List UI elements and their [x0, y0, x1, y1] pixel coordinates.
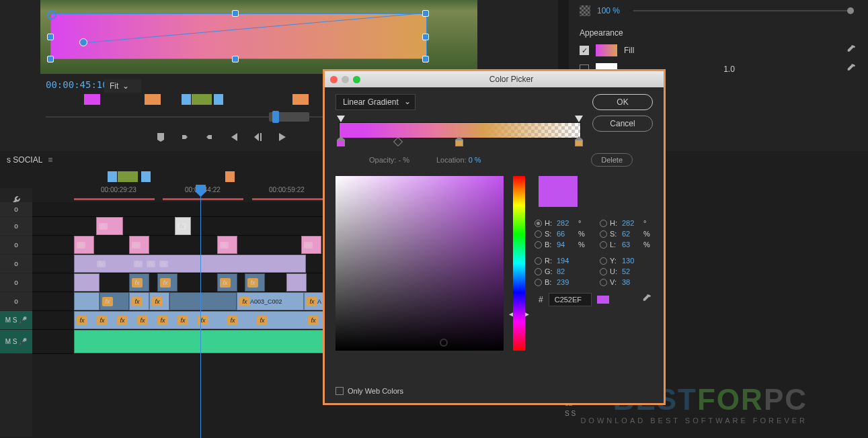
handle-top-right[interactable] — [422, 10, 429, 17]
fill-swatch[interactable] — [596, 44, 617, 56]
mark-out-button[interactable] — [203, 131, 215, 143]
clip[interactable] — [74, 273, 100, 292]
clip[interactable] — [74, 292, 100, 310]
ok-button[interactable]: OK — [592, 94, 653, 110]
h-value[interactable]: 282 — [557, 219, 576, 227]
clip[interactable]: fx — [100, 292, 129, 310]
dialog-titlebar[interactable]: Color Picker — [325, 71, 664, 87]
handle-bot-left[interactable] — [47, 56, 54, 62]
g-value[interactable]: 82 — [557, 267, 576, 275]
zoom-icon[interactable] — [353, 76, 360, 83]
timecode-display[interactable]: 00:00:45:10 — [46, 79, 108, 90]
add-marker-button[interactable] — [155, 131, 167, 143]
gradient-title-shape[interactable] — [50, 13, 427, 59]
b-radio[interactable] — [535, 279, 542, 286]
gradient-type-select[interactable]: Linear Gradient — [336, 94, 416, 110]
fill-checkbox[interactable]: ✓ — [580, 46, 589, 55]
track-toggle[interactable]: o — [0, 255, 32, 273]
blue-value[interactable]: 239 — [557, 278, 576, 286]
clip[interactable]: fx — [96, 217, 123, 235]
saturation-value-field[interactable] — [336, 176, 504, 351]
eyedropper-icon[interactable] — [846, 45, 857, 56]
handle-rotate[interactable] — [47, 10, 56, 19]
midpoint-stop[interactable] — [395, 140, 403, 149]
clip[interactable]: fx — [175, 217, 191, 235]
hue-slider[interactable]: ◄► — [513, 176, 525, 351]
clip[interactable]: fxfxfxfx — [74, 255, 306, 273]
clip[interactable]: fx — [129, 273, 149, 292]
play-button[interactable] — [276, 131, 288, 143]
gradient-anchor[interactable] — [79, 38, 87, 46]
y-value[interactable]: 130 — [622, 257, 641, 265]
hsl-l-radio[interactable] — [600, 241, 607, 249]
handle-top-mid[interactable] — [232, 10, 239, 17]
handle-mid-right[interactable] — [422, 34, 429, 40]
panel-menu-icon[interactable]: ≡ — [48, 155, 52, 165]
s-value[interactable]: 66 — [557, 230, 576, 238]
zoom-select[interactable]: Fit — [104, 79, 141, 93]
opacity-value[interactable]: 100 % — [597, 6, 620, 15]
clip[interactable]: fx — [217, 236, 237, 254]
bri-radio[interactable] — [535, 241, 542, 249]
minimize-icon[interactable] — [342, 76, 349, 83]
stroke-width[interactable]: 1.0 — [723, 64, 735, 74]
v-radio[interactable] — [600, 279, 607, 286]
sat-radio[interactable] — [535, 230, 542, 238]
track-toggle[interactable]: o — [0, 273, 32, 292]
marker-icon[interactable] — [108, 171, 117, 182]
sequence-tab[interactable]: s SOCIAL — [7, 155, 42, 165]
scrub-playhead[interactable] — [272, 111, 279, 123]
hue-radio[interactable] — [535, 220, 542, 227]
track-toggle[interactable]: o — [0, 292, 32, 310]
track-toggle[interactable]: M S 🎤 — [0, 330, 32, 353]
opacity-stop[interactable] — [337, 116, 345, 122]
hsl-s-radio[interactable] — [600, 230, 607, 238]
hsl-h-radio[interactable] — [600, 220, 607, 227]
opacity-stop[interactable] — [575, 116, 583, 122]
handle-bot-right[interactable] — [422, 56, 429, 62]
clip[interactable]: fx — [129, 236, 149, 254]
track-toggle[interactable]: o — [0, 236, 32, 254]
clip[interactable]: fx A003_C002 — [237, 292, 304, 310]
u-radio[interactable] — [600, 268, 607, 275]
clip[interactable]: fx — [74, 236, 94, 254]
handle-mid-left[interactable] — [47, 34, 54, 40]
handle-bot-mid[interactable] — [232, 56, 239, 62]
clip[interactable]: fx — [245, 273, 265, 292]
location-value[interactable]: 0 % — [469, 156, 481, 164]
l-value[interactable]: 63 — [622, 240, 641, 249]
track-toggle[interactable]: o — [0, 202, 32, 216]
clip[interactable]: fx — [301, 236, 321, 254]
sv-cursor[interactable] — [440, 339, 448, 347]
r-radio[interactable] — [535, 257, 542, 265]
marker-icon[interactable] — [141, 171, 151, 182]
marker-icon[interactable] — [299, 94, 309, 105]
marker-icon[interactable] — [225, 171, 235, 182]
marker-icon[interactable] — [91, 94, 100, 105]
clip[interactable]: fx A — [304, 292, 324, 310]
color-stop[interactable] — [575, 140, 583, 149]
color-stop[interactable] — [455, 140, 463, 149]
checkbox[interactable] — [336, 387, 344, 395]
marker-icon[interactable] — [118, 171, 138, 182]
go-to-in-button[interactable] — [227, 131, 239, 143]
b-value[interactable]: 94 — [557, 240, 576, 249]
hex-input[interactable] — [549, 293, 592, 306]
marker-icon[interactable] — [182, 94, 191, 105]
clip[interactable]: fx — [217, 273, 237, 292]
hsl-s-value[interactable]: 62 — [622, 230, 641, 238]
g-radio[interactable] — [535, 268, 542, 275]
marker-icon[interactable] — [192, 94, 212, 105]
marker-icon[interactable] — [214, 94, 223, 105]
opacity-slider[interactable] — [633, 10, 851, 11]
mark-in-button[interactable] — [179, 131, 191, 143]
only-web-colors[interactable]: Only Web Colors — [336, 387, 403, 395]
track-toggle[interactable]: o — [0, 217, 32, 235]
hsl-h-value[interactable]: 282 — [622, 219, 641, 227]
track-toggle[interactable]: M S 🎤 — [0, 311, 32, 329]
marker-icon[interactable] — [151, 94, 161, 105]
delete-stop-button[interactable]: Delete — [591, 153, 633, 167]
close-icon[interactable] — [330, 76, 338, 83]
r-value[interactable]: 194 — [557, 257, 576, 265]
y-radio[interactable] — [600, 257, 607, 265]
